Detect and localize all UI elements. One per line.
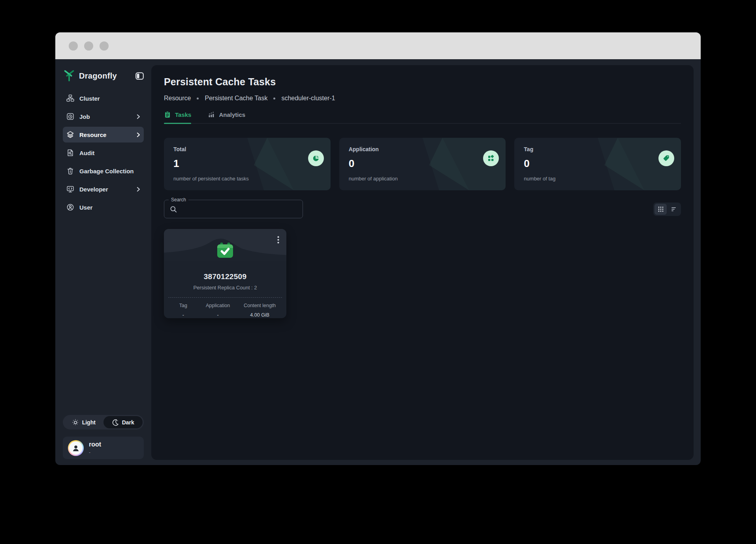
list-view-button[interactable]: [668, 204, 680, 215]
search-field: Search: [164, 200, 303, 218]
clipboard-icon: [164, 111, 171, 118]
list-view-icon: [671, 206, 677, 212]
grid-view-button[interactable]: [654, 204, 667, 215]
stat-card-total: Total 1 number of persistent cache tasks: [164, 138, 331, 190]
sidebar-nav: Cluster Job: [63, 90, 144, 215]
task-field-value: -: [169, 312, 198, 318]
stat-label: Tag: [524, 146, 671, 152]
resource-icon: [66, 131, 74, 139]
theme-light-label: Light: [82, 419, 96, 426]
search-input[interactable]: [181, 206, 297, 212]
sidebar-item-developer[interactable]: Developer: [63, 181, 144, 197]
developer-icon: [66, 185, 74, 193]
window-close-button[interactable]: [69, 41, 78, 51]
stat-card-application: Application 0 number of application: [339, 138, 506, 190]
tab-analytics-label: Analytics: [219, 111, 245, 118]
user-name: root: [89, 441, 101, 448]
trash-icon: [66, 167, 74, 175]
sidebar-item-label: Cluster: [79, 95, 100, 102]
tag-icon: [658, 150, 674, 166]
person-icon: [69, 441, 83, 455]
user-icon: [66, 203, 74, 211]
cluster-icon: [66, 94, 74, 102]
search-icon: [169, 205, 177, 213]
tabs: Tasks: [164, 111, 681, 124]
breadcrumb-separator-dot: [273, 98, 275, 99]
task-menu-button[interactable]: [276, 234, 281, 245]
stat-description: number of persistent cache tasks: [173, 176, 321, 182]
sidebar-item-label: Developer: [79, 186, 108, 193]
sidebar-item-job[interactable]: Job: [63, 109, 144, 124]
stat-value: 0: [349, 158, 496, 170]
task-card-fields: Tag - Application - Content length 4.00 …: [164, 303, 286, 318]
main-area: Persistent Cache Tasks Resource Persiste…: [151, 59, 701, 465]
brand-name: Dragonfly: [79, 71, 117, 81]
task-card[interactable]: 3870122509 Persistent Replica Count : 2 …: [164, 229, 286, 318]
stat-value: 1: [173, 158, 321, 170]
sidebar-item-label: Garbage Collection: [79, 168, 134, 174]
stat-label: Application: [349, 146, 496, 152]
sidebar-item-label: User: [79, 204, 92, 211]
sidebar-item-label: Resource: [79, 131, 106, 138]
theme-light-button[interactable]: Light: [64, 416, 103, 428]
user-subtitle: -: [89, 450, 101, 455]
window-maximize-button[interactable]: [100, 41, 109, 51]
sidebar-collapse-button[interactable]: [135, 72, 144, 80]
sun-icon: [72, 419, 79, 426]
page-title: Persistent Cache Tasks: [164, 76, 681, 88]
grid-view-icon: [658, 206, 664, 212]
stat-label: Total: [173, 146, 321, 152]
calendar-check-icon: [216, 242, 234, 259]
view-toggle: [653, 203, 681, 216]
analytics-icon: [208, 111, 215, 118]
kebab-icon: [277, 236, 279, 244]
tab-tasks-label: Tasks: [175, 111, 191, 118]
dashed-divider: [168, 297, 282, 298]
stat-card-tag: Tag 0 number of tag: [514, 138, 681, 190]
breadcrumb-item-resource[interactable]: Resource: [164, 95, 191, 102]
task-field-value: -: [198, 312, 238, 318]
breadcrumb-item-cluster: scheduler-cluster-1: [281, 95, 335, 102]
app-window: Dragonfly: [55, 32, 701, 465]
task-id: 3870122509: [164, 272, 286, 281]
breadcrumb: Resource Persistent Cache Task scheduler…: [164, 95, 681, 102]
sidebar-item-user[interactable]: User: [63, 199, 144, 215]
sidebar-item-cluster[interactable]: Cluster: [63, 90, 144, 106]
stat-cards-row: Total 1 number of persistent cache tasks: [164, 138, 681, 190]
job-icon: [66, 113, 74, 120]
controls-row: Search: [164, 200, 681, 218]
task-field-value: 4.00 GiB: [238, 312, 282, 318]
brand-row: Dragonfly: [63, 69, 144, 83]
sidebar-item-label: Audit: [79, 150, 94, 156]
chevron-right-icon: [137, 132, 140, 137]
user-card[interactable]: root -: [63, 437, 144, 459]
sidebar: Dragonfly: [55, 59, 151, 465]
search-field-label: Search: [169, 197, 188, 203]
theme-dark-button[interactable]: Dark: [103, 416, 143, 428]
sidebar-item-resource[interactable]: Resource: [63, 127, 144, 143]
avatar: [68, 440, 84, 456]
tab-tasks[interactable]: Tasks: [164, 111, 191, 123]
desktop-background: Dragonfly: [0, 0, 756, 544]
audit-icon: [66, 149, 74, 157]
collapse-sidebar-icon: [135, 72, 144, 80]
breadcrumb-separator-dot: [197, 98, 199, 99]
moon-icon: [112, 419, 119, 426]
theme-toggle: Light Dark: [63, 415, 144, 430]
sidebar-item-garbage-collection[interactable]: Garbage Collection: [63, 163, 144, 179]
window-titlebar: [55, 32, 701, 59]
stat-description: number of tag: [524, 176, 671, 182]
breadcrumb-item-persistent-cache-task[interactable]: Persistent Cache Task: [205, 95, 267, 102]
sidebar-item-label: Job: [79, 113, 90, 120]
theme-dark-label: Dark: [122, 419, 134, 426]
task-field-label: Content length: [238, 303, 282, 308]
chevron-right-icon: [137, 114, 140, 119]
sidebar-item-audit[interactable]: Audit: [63, 145, 144, 161]
pie-chart-icon: [308, 150, 324, 166]
tab-analytics[interactable]: Analytics: [208, 111, 245, 123]
task-field-label: Application: [198, 303, 238, 308]
window-minimize-button[interactable]: [84, 41, 93, 51]
task-field-label: Tag: [169, 303, 198, 308]
stat-value: 0: [524, 158, 671, 170]
chevron-right-icon: [137, 187, 140, 192]
